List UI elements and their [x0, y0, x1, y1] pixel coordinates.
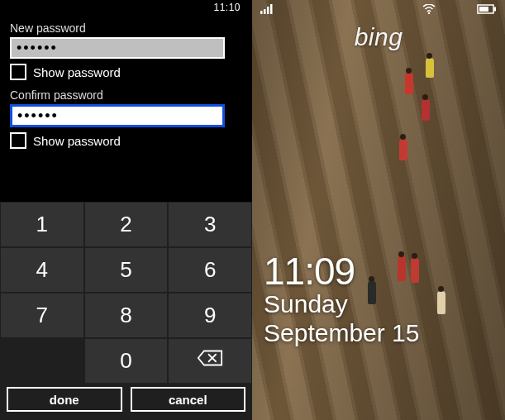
- keypad-blank: [1, 339, 83, 383]
- svg-rect-3: [270, 4, 273, 14]
- new-password-input[interactable]: ••••••: [10, 37, 225, 59]
- keypad-4[interactable]: 4: [1, 248, 83, 292]
- lock-day: Sunday: [264, 290, 419, 319]
- svg-rect-2: [267, 7, 269, 14]
- svg-rect-1: [264, 9, 266, 14]
- lock-screen[interactable]: bing 11:09 Sunday September 15: [252, 0, 505, 420]
- cancel-button[interactable]: cancel: [131, 387, 246, 412]
- password-form: New password •••••• Show password Confir…: [0, 15, 252, 149]
- lock-date: September 15: [264, 319, 419, 348]
- wallpaper-figure: [422, 99, 430, 121]
- keypad-8[interactable]: 8: [85, 294, 168, 337]
- keypad-3[interactable]: 3: [169, 203, 251, 246]
- lock-info: 11:09 Sunday September 15: [264, 252, 419, 347]
- backspace-icon: [196, 348, 224, 374]
- status-bar: [252, 0, 505, 18]
- svg-rect-6: [494, 7, 497, 12]
- bing-logo: bing: [252, 23, 505, 51]
- status-clock: 11:10: [213, 2, 241, 13]
- show-password-checkbox-2[interactable]: [10, 132, 26, 149]
- keypad-7[interactable]: 7: [1, 294, 83, 337]
- keypad-1[interactable]: 1: [1, 203, 83, 246]
- keypad-2[interactable]: 2: [85, 203, 168, 246]
- keypad-9[interactable]: 9: [169, 294, 251, 337]
- wallpaper-figure: [405, 73, 413, 94]
- keypad-5[interactable]: 5: [85, 248, 168, 292]
- show-password-checkbox-1[interactable]: [10, 64, 26, 80]
- show-password-label-1: Show password: [33, 65, 121, 79]
- password-setup-screen: 11:10 New password •••••• Show password …: [0, 0, 252, 420]
- done-button[interactable]: done: [7, 387, 122, 412]
- wallpaper-figure: [426, 58, 434, 78]
- keypad-0[interactable]: 0: [85, 339, 168, 383]
- signal-icon: [260, 4, 274, 14]
- svg-rect-7: [479, 7, 488, 12]
- keypad-backspace[interactable]: [169, 339, 251, 383]
- show-password-row-1[interactable]: Show password: [10, 64, 242, 80]
- new-password-value: ••••••: [17, 39, 58, 57]
- confirm-password-label: Confirm password: [10, 88, 242, 102]
- wallpaper-figure: [437, 291, 445, 314]
- status-bar: 11:10: [0, 0, 252, 15]
- confirm-password-input[interactable]: ••••••: [10, 104, 225, 127]
- wifi-icon: [422, 4, 436, 14]
- wallpaper-figure: [399, 139, 407, 160]
- svg-rect-0: [260, 11, 263, 14]
- lock-time: 11:09: [264, 252, 419, 290]
- keypad-6[interactable]: 6: [169, 248, 251, 292]
- svg-point-4: [428, 12, 430, 14]
- show-password-row-2[interactable]: Show password: [10, 132, 242, 149]
- battery-icon: [477, 4, 497, 14]
- new-password-label: New password: [10, 21, 242, 35]
- confirm-password-value: ••••••: [17, 107, 59, 125]
- show-password-label-2: Show password: [33, 134, 121, 148]
- numeric-keypad: 1 2 3 4 5 6 7 8 9 0 done cancel: [0, 202, 252, 420]
- lockscreen-wallpaper: [252, 0, 505, 420]
